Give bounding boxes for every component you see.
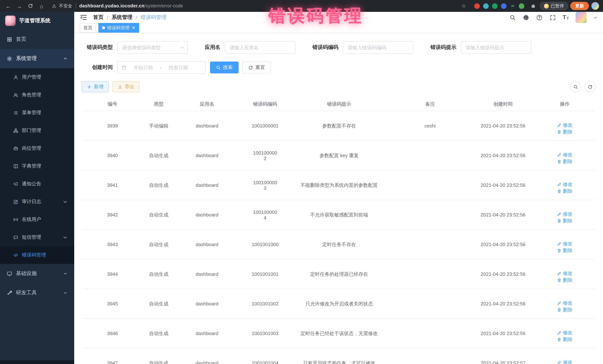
tag-home[interactable]: 首页 xyxy=(80,23,96,33)
delete-link[interactable]: 删除 xyxy=(557,277,573,284)
edit-link[interactable]: 修改 xyxy=(557,300,573,307)
address-bar[interactable]: ⚠ 不安全 dashboard.yudao.iocoder.cn/system/… xyxy=(48,1,470,11)
table-row[interactable]: 3939 手动编辑 dashboard 1001000001 参数配置不存在 c… xyxy=(82,111,596,141)
edit-link[interactable]: 修改 xyxy=(557,211,573,218)
extensions-puzzle-icon[interactable] xyxy=(529,1,538,10)
table-row[interactable]: 3943 自动生成 dashboard 1001001000 定时任务不存在 2… xyxy=(82,230,596,259)
app-name-input[interactable] xyxy=(225,41,295,54)
table-row[interactable]: 3944 自动生成 dashboard 1001001001 定时任务的处理器已… xyxy=(82,259,596,289)
start-date-input[interactable] xyxy=(129,65,158,70)
sidebar-item-signal[interactable]: 在线用户 xyxy=(0,210,74,228)
sidebar-item-devtools[interactable]: 研发工具 xyxy=(0,283,74,302)
cell-code: 100100000 2 xyxy=(240,141,290,170)
sidebar-item-tree[interactable]: 部门管理 xyxy=(0,121,74,139)
edit-link[interactable]: 修改 xyxy=(557,330,573,336)
delete-link[interactable]: 删除 xyxy=(557,188,573,195)
export-button[interactable]: 导出 xyxy=(112,81,139,92)
edit-link[interactable]: 修改 xyxy=(557,359,573,364)
delete-link[interactable]: 删除 xyxy=(557,336,573,343)
tag-error-code-active[interactable]: 错误码管理 ✕ xyxy=(98,23,139,33)
sidebar-item-system-management[interactable]: 系统管理 xyxy=(0,49,74,68)
code-icon xyxy=(13,253,18,257)
trash-icon xyxy=(557,159,561,164)
delete-link[interactable]: 删除 xyxy=(557,307,573,313)
sidebar-item-badge[interactable]: 岗位管理 xyxy=(0,139,74,157)
sidebar-item-user[interactable]: 用户管理 xyxy=(0,68,74,86)
table-row[interactable]: 3945 自动生成 dashboard 1001001002 只允许修改为开启或… xyxy=(82,289,596,319)
sidebar-item-book[interactable]: 字典管理 xyxy=(0,157,74,175)
forward-button[interactable]: → xyxy=(15,1,24,10)
sidebar-item-edit[interactable]: 审计日志 xyxy=(0,193,74,210)
error-message-input[interactable] xyxy=(461,41,531,54)
fullscreen-icon[interactable] xyxy=(549,14,556,21)
type-select[interactable] xyxy=(117,41,188,54)
cell-id: 3943 xyxy=(82,230,143,259)
edit-link-label: 修改 xyxy=(563,270,573,277)
error-code-input[interactable] xyxy=(343,41,413,54)
avatar-caret-icon[interactable] xyxy=(593,15,597,20)
date-range-picker[interactable]: - xyxy=(117,61,206,74)
github-icon[interactable] xyxy=(522,14,529,21)
delete-link[interactable]: 删除 xyxy=(557,158,573,165)
sidebar-item-users[interactable]: 角色管理 xyxy=(0,86,74,104)
close-icon[interactable]: ✕ xyxy=(132,26,135,30)
sidebar-item-bell[interactable]: 通知公告 xyxy=(0,175,74,193)
delete-link[interactable]: 删除 xyxy=(557,129,573,135)
sidebar-item-infrastructure[interactable]: 基础设施 xyxy=(0,264,74,283)
cell-msg: 不能删除类型为系统内置的参数配置 xyxy=(290,170,388,200)
delete-link[interactable]: 删除 xyxy=(557,218,573,224)
table-row[interactable]: 3941 自动生成 dashboard 100100000 3 不能删除类型为系… xyxy=(82,170,596,200)
app-shell: 芋道管理系统 首页 系统管理 用户管理 角色管理 菜单管理 xyxy=(0,12,603,364)
browser-home-button[interactable]: ⌂ xyxy=(37,1,46,10)
extension-icon[interactable] xyxy=(501,3,507,9)
filter-app-label: 应用名 xyxy=(205,44,220,51)
font-size-icon[interactable]: TT xyxy=(563,14,569,20)
toggle-search-button[interactable] xyxy=(570,81,581,92)
sidebar-item-chat[interactable]: 短信管理 xyxy=(0,228,74,246)
type-select-input[interactable] xyxy=(117,41,188,54)
sidebar-collapse-bar[interactable] xyxy=(0,360,74,364)
sidebar-item-label: 错误码管理 xyxy=(22,252,46,258)
breadcrumb-home[interactable]: 首页 xyxy=(93,14,104,21)
add-button[interactable]: 新增 xyxy=(82,81,109,92)
extension-icon[interactable] xyxy=(474,3,480,9)
extension-icon[interactable] xyxy=(492,3,498,9)
cell-msg: 定时任务已经处于该状态，无需修改 xyxy=(290,319,388,348)
search-button[interactable]: 搜索 xyxy=(210,62,239,73)
sidebar-logo[interactable]: 芋道管理系统 xyxy=(0,12,74,30)
breadcrumb-system[interactable]: 系统管理 xyxy=(112,14,132,21)
sidebar-item-list[interactable]: 菜单管理 xyxy=(0,104,74,121)
browser-profile-avatar[interactable] xyxy=(591,2,599,10)
refresh-table-button[interactable] xyxy=(584,81,596,92)
sidebar-item-home[interactable]: 首页 xyxy=(0,30,74,49)
security-warning-icon[interactable]: ⚠ xyxy=(52,3,56,9)
back-button[interactable]: ← xyxy=(4,1,13,10)
end-date-input[interactable] xyxy=(164,65,193,70)
user-avatar[interactable] xyxy=(576,12,587,23)
help-icon[interactable] xyxy=(536,14,543,21)
cell-remark xyxy=(388,259,472,289)
table-row[interactable]: 3946 自动生成 dashboard 1001001003 定时任务已经处于该… xyxy=(82,319,596,348)
extension-icon[interactable] xyxy=(519,3,524,9)
sidebar-item-code[interactable]: 错误码管理 xyxy=(0,246,74,264)
edit-link[interactable]: 修改 xyxy=(557,152,573,158)
sidebar-fold-icon[interactable] xyxy=(80,14,87,21)
delete-link[interactable]: 删除 xyxy=(557,247,573,254)
edit-link[interactable]: 修改 xyxy=(557,181,573,188)
reload-button[interactable] xyxy=(26,1,35,10)
extension-icon[interactable]: on xyxy=(510,3,515,9)
bookmark-star-icon[interactable]: ☆ xyxy=(462,3,466,9)
edit-link[interactable]: 修改 xyxy=(557,241,573,247)
table-row[interactable]: 3942 自动生成 dashboard 100100000 4 不允许获取敏感配… xyxy=(82,200,596,230)
security-label[interactable]: 不安全 xyxy=(59,3,72,9)
edit-link[interactable]: 修改 xyxy=(557,270,573,277)
edit-link[interactable]: 修改 xyxy=(557,122,573,129)
extension-icon[interactable] xyxy=(483,3,489,9)
update-button[interactable]: 更新 xyxy=(570,2,589,10)
reset-button[interactable]: 重置 xyxy=(242,62,271,73)
toolbar-right xyxy=(570,81,596,92)
table-row[interactable]: 3947 自动生成 dashboard 1001001004 只有开启状态的任务… xyxy=(82,348,596,364)
table-row[interactable]: 3940 自动生成 dashboard 100100000 2 参数配置 key… xyxy=(82,141,596,170)
paused-badge[interactable]: 已暂停 xyxy=(540,2,568,10)
header-search-icon[interactable] xyxy=(509,14,516,21)
